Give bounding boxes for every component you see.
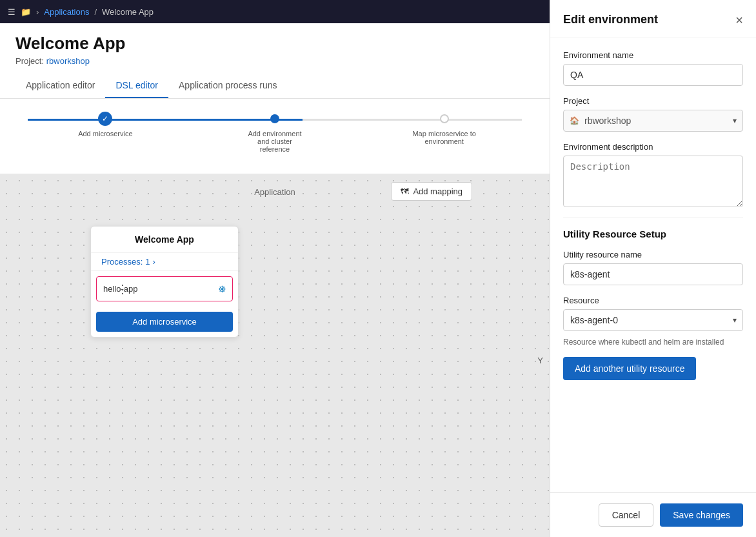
project-select[interactable]: rbworkshop bbox=[563, 110, 743, 132]
nav-separator: › bbox=[36, 7, 39, 17]
step-map-microservice: Map microservice to environment bbox=[359, 112, 529, 145]
environment-description-label: Environment description bbox=[563, 142, 743, 152]
page-header: Welcome App Project: rbworkshop Applicat… bbox=[0, 23, 550, 99]
utility-resource-name-group: Utility resource name bbox=[563, 250, 743, 285]
resource-select[interactable]: k8s-agent-0 bbox=[563, 309, 743, 331]
cancel-button[interactable]: Cancel bbox=[599, 503, 654, 527]
add-microservice-button[interactable]: Add microservice bbox=[96, 312, 233, 332]
stepper: ✓ Add microservice Add environment and c… bbox=[0, 99, 550, 174]
three-dots-icon[interactable]: ⋮ bbox=[117, 283, 128, 295]
tab-dsl-editor[interactable]: DSL editor bbox=[105, 74, 168, 98]
panel-header: Edit environment × bbox=[550, 0, 756, 37]
panel-body: Environment name Project 🏠 rbworkshop ▾ … bbox=[550, 37, 756, 492]
resource-label: Resource bbox=[563, 296, 743, 305]
breadcrumb-applications[interactable]: Applications bbox=[44, 7, 89, 17]
chevron-right-icon: › bbox=[153, 257, 155, 267]
step-add-environment: Add environment and cluster reference bbox=[190, 112, 360, 153]
save-changes-button[interactable]: Save changes bbox=[660, 503, 743, 527]
page-project: Project: rbworkshop bbox=[15, 56, 534, 66]
top-nav: ☰ 📁 › Applications / Welcome App bbox=[0, 0, 550, 23]
y-label: Y bbox=[537, 356, 543, 365]
page-title: Welcome App bbox=[15, 34, 534, 54]
add-another-utility-resource-button[interactable]: Add another utility resource bbox=[563, 357, 696, 380]
microservice-row: hello-app ⋮ ⎈ bbox=[96, 276, 233, 301]
environment-name-group: Environment name bbox=[563, 50, 743, 86]
add-mapping-button[interactable]: 🗺 Add mapping bbox=[391, 182, 472, 201]
step-label-1: Add microservice bbox=[78, 130, 132, 137]
environment-name-label: Environment name bbox=[563, 50, 743, 60]
breadcrumb-sep: / bbox=[94, 7, 97, 17]
step-dot-3 bbox=[440, 114, 449, 123]
breadcrumb-welcome-app: Welcome App bbox=[102, 7, 154, 17]
step-label-2: Add environment and cluster reference bbox=[243, 130, 307, 153]
utility-resource-name-input[interactable] bbox=[563, 263, 743, 285]
map-icon: 🗺 bbox=[401, 187, 409, 196]
utility-setup-title: Utility Resource Setup bbox=[563, 218, 743, 239]
canvas-area: Application 🗺 Add mapping Welcome App Pr… bbox=[0, 174, 550, 537]
tab-application-process-runs[interactable]: Application process runs bbox=[168, 74, 288, 98]
step-add-microservice: ✓ Add microservice bbox=[21, 112, 190, 137]
tabs: Application editor DSL editor Applicatio… bbox=[15, 74, 534, 98]
utility-resource-name-label: Utility resource name bbox=[563, 250, 743, 259]
close-button[interactable]: × bbox=[735, 14, 743, 26]
environment-description-textarea[interactable] bbox=[563, 156, 743, 207]
project-link[interactable]: rbworkshop bbox=[46, 56, 90, 66]
panel-title: Edit environment bbox=[563, 13, 658, 26]
resource-group: Resource k8s-agent-0 ▾ Resource where ku… bbox=[563, 296, 743, 347]
project-label: Project bbox=[563, 96, 743, 106]
resource-hint: Resource where kubectl and helm are inst… bbox=[563, 338, 743, 347]
project-group: Project 🏠 rbworkshop ▾ bbox=[563, 96, 743, 132]
hamburger-icon[interactable]: ☰ bbox=[8, 7, 15, 17]
tab-application-editor[interactable]: Application editor bbox=[15, 74, 105, 98]
canvas-label: Application bbox=[254, 187, 295, 197]
step-label-3: Map microservice to environment bbox=[412, 130, 477, 145]
project-select-wrapper: 🏠 rbworkshop ▾ bbox=[563, 110, 743, 132]
panel-footer: Cancel Save changes bbox=[550, 492, 756, 537]
step-dot-2 bbox=[270, 114, 279, 123]
helm-icon: ⎈ bbox=[219, 282, 226, 296]
folder-icon: 📁 bbox=[21, 7, 31, 17]
environment-description-group: Environment description bbox=[563, 142, 743, 207]
app-card-title: Welcome App bbox=[91, 227, 238, 253]
processes-link[interactable]: Processes: 1 › bbox=[91, 253, 238, 271]
resource-select-wrapper: k8s-agent-0 ▾ bbox=[563, 309, 743, 331]
step-dot-1: ✓ bbox=[98, 112, 112, 126]
project-icon: 🏠 bbox=[570, 116, 579, 125]
app-card: Welcome App Processes: 1 › hello-app ⋮ ⎈… bbox=[90, 226, 239, 338]
environment-name-input[interactable] bbox=[563, 64, 743, 86]
edit-environment-panel: Edit environment × Environment name Proj… bbox=[550, 0, 756, 537]
